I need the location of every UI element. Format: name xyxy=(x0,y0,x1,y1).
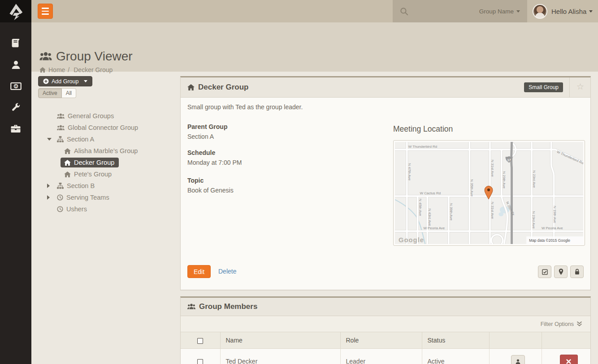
breadcrumb-separator: / xyxy=(68,66,69,73)
home-icon xyxy=(64,148,71,154)
grid-filter-strip: Filter Options xyxy=(181,316,590,332)
caret-right-icon[interactable] xyxy=(47,184,50,188)
group-members-title: Group Members xyxy=(199,302,257,311)
meeting-location-heading: Meeting Location xyxy=(393,124,453,134)
svg-text:1: 1 xyxy=(15,84,17,88)
tree-item-serving-teams[interactable]: Serving Teams xyxy=(38,192,180,203)
add-group-button[interactable]: Add Group xyxy=(38,76,92,86)
wrench-icon xyxy=(11,103,21,112)
group-title: Decker Group xyxy=(198,83,248,92)
street-label: N 31st Ave xyxy=(490,202,494,219)
interstate-shield-label: 17 xyxy=(507,158,511,162)
delete-member-button[interactable] xyxy=(560,355,578,364)
caret-down-icon[interactable] xyxy=(47,138,52,141)
sidebar-item-notes[interactable] xyxy=(0,32,31,54)
delete-link[interactable]: Delete xyxy=(218,265,236,278)
street-label: N 23rd Ave xyxy=(532,170,536,188)
tree-item-section-a[interactable]: Section A xyxy=(38,133,180,145)
money-icon: 1 xyxy=(10,82,22,90)
column-header-role[interactable]: Role xyxy=(340,332,422,348)
street-label: N 35th Ave xyxy=(470,179,474,197)
search-type-label: Group Name xyxy=(479,8,514,15)
sidebar-item-tools[interactable] xyxy=(0,97,31,118)
member-name: Ted Decker xyxy=(220,348,340,364)
tree-item-decker-group-selected[interactable]: Decker Group xyxy=(38,157,180,168)
select-all-checkbox[interactable] xyxy=(197,338,203,344)
field-value-parent-group: Section A xyxy=(187,133,214,140)
book-icon xyxy=(10,38,21,48)
field-label-schedule: Schedule xyxy=(187,149,215,156)
app-sidebar: 1 xyxy=(0,0,31,364)
column-header-actions1 xyxy=(489,332,542,348)
column-header-status[interactable]: Status xyxy=(422,332,489,348)
edit-button[interactable]: Edit xyxy=(187,265,211,278)
filter-options-label: Filter Options xyxy=(541,321,574,327)
clock-icon xyxy=(57,194,63,201)
field-value-topic: Book of Genesis xyxy=(187,187,234,194)
search-icon[interactable] xyxy=(400,7,408,16)
heading-divider xyxy=(569,77,570,97)
tree-item-alisha-marbles-group[interactable]: Alisha Marble’s Group xyxy=(38,145,180,157)
follow-star-icon[interactable]: ☆ xyxy=(576,81,584,92)
hamburger-menu-button[interactable] xyxy=(38,4,53,19)
users-icon xyxy=(187,303,195,310)
group-description: Small group with Ted as the group leader… xyxy=(187,103,303,111)
breadcrumb-home[interactable]: Home xyxy=(48,66,65,73)
plus-circle-icon xyxy=(43,78,49,84)
page-header: Group Viewer Home / Decker Group Group V… xyxy=(31,22,598,72)
attendance-button[interactable] xyxy=(538,266,551,278)
row-checkbox[interactable] xyxy=(197,359,203,364)
person-icon xyxy=(515,359,521,364)
group-detail-body: Small group with Ted as the group leader… xyxy=(181,98,590,290)
search-type-dropdown[interactable]: Group Name xyxy=(479,8,520,15)
member-role: Leader xyxy=(340,348,422,364)
person-icon xyxy=(11,60,21,70)
street-label: N 47th Ave xyxy=(407,163,412,181)
tree-item-global-connector-group[interactable]: Global Connector Group xyxy=(38,122,180,133)
sitemap-icon xyxy=(57,136,64,142)
filter-options-toggle[interactable]: Filter Options xyxy=(541,321,582,327)
breadcrumb: Home / Decker Group xyxy=(39,66,113,73)
sidebar-item-finance[interactable]: 1 xyxy=(0,75,31,97)
caret-right-icon[interactable] xyxy=(47,195,50,200)
sitemap-icon xyxy=(57,183,64,189)
sidebar-item-people[interactable] xyxy=(0,54,31,75)
sidebar-nav: 1 xyxy=(0,32,31,140)
view-person-button[interactable] xyxy=(511,355,525,364)
street-label: N 43rd Ave xyxy=(428,209,432,227)
group-members-panel: Group Members Filter Options Name Role S… xyxy=(180,296,591,364)
user-menu: Hello Alisha xyxy=(527,0,598,22)
tree-item-section-b[interactable]: Section B xyxy=(38,180,180,192)
rock-logo[interactable] xyxy=(0,0,31,22)
sidebar-item-workplace[interactable] xyxy=(0,118,31,140)
user-greeting-dropdown[interactable]: Hello Alisha xyxy=(551,8,593,15)
users-icon xyxy=(57,124,65,131)
selected-tree-item: Decker Group xyxy=(61,158,119,167)
member-row-ted-decker[interactable]: Ted Decker Leader Active xyxy=(181,348,590,364)
street-label: N 29th Ave xyxy=(502,171,506,188)
google-logo: Google xyxy=(399,236,424,244)
breadcrumb-current[interactable]: Decker Group xyxy=(74,66,113,73)
filter-active-button[interactable]: Active xyxy=(38,88,62,98)
meeting-location-map[interactable]: 17 W Thunderbird Rd W Thunderbird Rd W C… xyxy=(393,140,585,246)
tree-filter-toggle: Active All xyxy=(38,88,180,98)
home-icon xyxy=(187,84,195,90)
column-header-actions2 xyxy=(542,332,590,348)
map-button[interactable] xyxy=(554,266,568,278)
users-icon xyxy=(57,113,65,120)
street-label: W Peoria Ave xyxy=(423,226,445,230)
filter-all-button[interactable]: All xyxy=(62,88,76,98)
street-label: N 45th Ave xyxy=(418,199,422,216)
page-title: Group Viewer xyxy=(56,49,133,64)
tree-item-general-groups[interactable]: General Groups xyxy=(38,110,180,122)
home-icon xyxy=(64,160,71,166)
avatar[interactable] xyxy=(533,4,547,19)
tree-item-petes-group[interactable]: Pete's Group xyxy=(38,168,180,180)
column-header-name[interactable]: Name xyxy=(220,332,340,348)
security-button[interactable] xyxy=(570,266,584,278)
street-label: W Thunderbird Rd xyxy=(408,145,437,149)
topbar: Group Name Hello Alisha xyxy=(31,0,598,22)
member-status: Active xyxy=(422,348,489,364)
users-icon xyxy=(39,51,52,62)
tree-item-ushers[interactable]: Ushers xyxy=(38,203,180,215)
